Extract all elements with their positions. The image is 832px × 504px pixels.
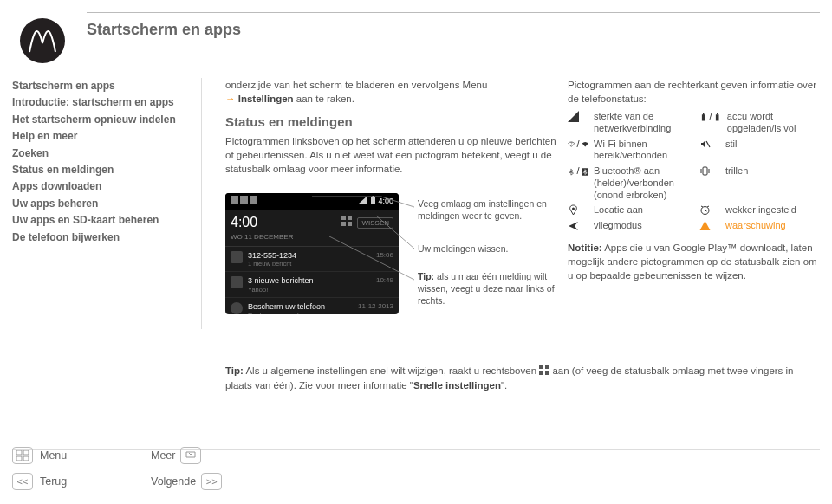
arrow-icon: → bbox=[225, 94, 236, 104]
svg-rect-33 bbox=[539, 371, 543, 375]
sidebar-item[interactable]: Status en meldingen bbox=[12, 162, 194, 178]
body-text: onderzijde van het scherm te bladeren en… bbox=[225, 78, 559, 106]
alarm-icon bbox=[699, 204, 720, 216]
svg-rect-31 bbox=[539, 365, 543, 369]
svg-rect-10 bbox=[348, 216, 352, 220]
bluetooth-icon: / bbox=[568, 165, 588, 178]
svg-rect-4 bbox=[231, 196, 238, 204]
body-text: Pictogrammen aan de rechterkant geven in… bbox=[568, 78, 819, 106]
notification-item[interactable]: 312-555-12341 nieuw bericht 15:06 bbox=[225, 247, 399, 273]
sidebar-item[interactable]: Introductie: startscherm en apps bbox=[12, 94, 194, 111]
sidebar-item[interactable]: Uw apps en SD-kaart beheren bbox=[12, 212, 194, 229]
sidebar-item[interactable]: Uw apps beheren bbox=[12, 196, 194, 212]
svg-rect-36 bbox=[23, 450, 29, 455]
warning-icon bbox=[699, 220, 720, 231]
svg-rect-9 bbox=[341, 216, 346, 220]
more-button[interactable] bbox=[180, 447, 201, 464]
menu-label: Menu bbox=[40, 449, 118, 462]
svg-rect-37 bbox=[16, 456, 22, 461]
status-icon-table: sterkte van de netwerkverbinding /accu w… bbox=[568, 111, 819, 232]
next-label[interactable]: Volgende>> bbox=[151, 473, 229, 490]
sidebar: Startscherm en apps Introductie: startsc… bbox=[12, 78, 194, 246]
svg-rect-22 bbox=[703, 167, 707, 175]
svg-text:?: ? bbox=[570, 141, 573, 145]
svg-rect-12 bbox=[348, 222, 352, 226]
quick-settings-icon bbox=[539, 365, 549, 379]
sidebar-item[interactable]: Help en meer bbox=[12, 128, 194, 145]
svg-rect-7 bbox=[371, 197, 375, 204]
note-text: Notitie: Apps die u van Google Play™ dow… bbox=[568, 241, 819, 282]
sidebar-item[interactable]: Zoeken bbox=[12, 145, 194, 162]
svg-rect-17 bbox=[716, 114, 719, 120]
location-icon bbox=[568, 204, 588, 216]
divider bbox=[201, 78, 202, 329]
svg-line-20 bbox=[706, 141, 710, 147]
signal-icon bbox=[359, 197, 367, 205]
back-label: Terug bbox=[40, 475, 118, 488]
sidebar-item[interactable]: De telefoon bijwerken bbox=[12, 229, 194, 246]
svg-rect-6 bbox=[250, 196, 257, 204]
notification-item[interactable]: Bescherm uw telefoonRaak aan om verloren… bbox=[225, 298, 399, 314]
sidebar-item[interactable]: Startscherm en apps bbox=[12, 78, 194, 94]
callout-text: Veeg omlaag om instellingen en meldingen… bbox=[418, 198, 561, 222]
signal-icon bbox=[568, 111, 588, 122]
svg-rect-18 bbox=[717, 113, 718, 113]
panel-time: 4:00 bbox=[231, 213, 257, 232]
body-text: Pictogrammen linksboven op het scherm at… bbox=[225, 134, 559, 176]
panel-date: WO 11 DECEMBER bbox=[231, 232, 393, 242]
notification-item[interactable]: 3 nieuwe berichtenYahoo! 10:49 bbox=[225, 272, 399, 298]
footer-nav: Menu Meer << Terug Volgende>> bbox=[12, 445, 229, 492]
svg-rect-5 bbox=[240, 196, 248, 204]
settings-tile-icon bbox=[341, 216, 352, 229]
menu-button[interactable] bbox=[12, 447, 33, 464]
more-label[interactable]: Meer bbox=[151, 447, 229, 464]
status-icons bbox=[231, 196, 257, 207]
callout-text: Tip: als u maar één melding wilt wissen,… bbox=[418, 271, 561, 307]
callout-text: Uw meldingen wissen. bbox=[418, 243, 561, 255]
svg-line-27 bbox=[701, 206, 703, 207]
airplane-icon bbox=[568, 220, 588, 231]
svg-rect-35 bbox=[16, 450, 22, 455]
battery-icon bbox=[370, 197, 376, 205]
back-button[interactable]: << bbox=[12, 473, 33, 490]
svg-rect-11 bbox=[341, 222, 346, 226]
svg-rect-8 bbox=[372, 196, 374, 197]
next-button[interactable]: >> bbox=[201, 473, 222, 490]
page-title: Startscherm en apps bbox=[87, 21, 241, 39]
sms-icon bbox=[231, 251, 243, 263]
wifi-icon: ?/ bbox=[568, 139, 588, 151]
sidebar-item[interactable]: Apps downloaden bbox=[12, 178, 194, 195]
svg-point-25 bbox=[572, 208, 575, 210]
svg-rect-34 bbox=[545, 371, 549, 375]
tip-text: Tip: Als u algemene instellingen snel wi… bbox=[225, 364, 819, 393]
moto-icon bbox=[231, 302, 243, 314]
svg-rect-38 bbox=[23, 456, 29, 461]
mail-icon bbox=[231, 276, 243, 288]
silent-icon bbox=[699, 139, 720, 150]
phone-mock: 4:00 4:00 WISSEN WO 11 DECEMBER 312-555-… bbox=[225, 193, 399, 314]
svg-rect-29 bbox=[705, 224, 705, 228]
status-time: 4:00 bbox=[378, 197, 393, 205]
brand-logo bbox=[19, 17, 66, 64]
svg-line-28 bbox=[707, 206, 709, 207]
svg-rect-30 bbox=[705, 229, 705, 229]
vibrate-icon bbox=[699, 165, 720, 177]
battery-icon: / bbox=[699, 111, 722, 123]
section-heading: Status en meldingen bbox=[225, 113, 559, 131]
sidebar-item[interactable]: Het startscherm opnieuw indelen bbox=[12, 112, 194, 128]
svg-rect-32 bbox=[545, 365, 549, 369]
clear-button[interactable]: WISSEN bbox=[357, 217, 393, 229]
